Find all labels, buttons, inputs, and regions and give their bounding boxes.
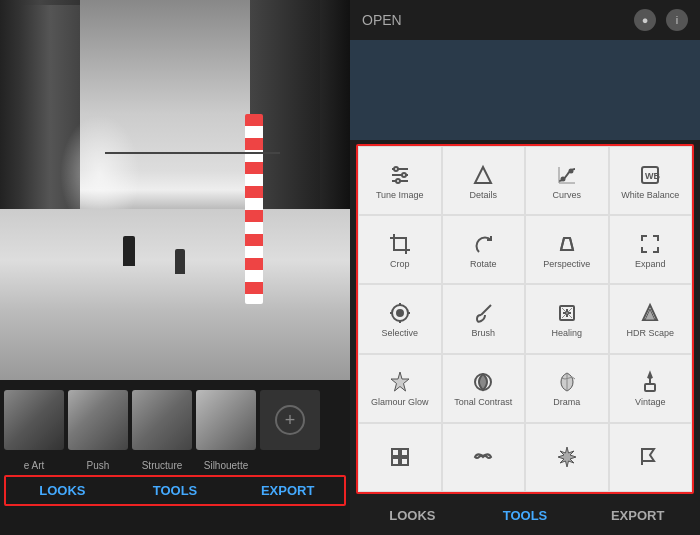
thumb-label-push: Push bbox=[68, 460, 128, 471]
right-header: OPEN ● i bbox=[350, 0, 700, 40]
tool-healing[interactable]: Healing bbox=[525, 284, 609, 353]
details-label: Details bbox=[469, 190, 497, 201]
left-nav-export[interactable]: EXPORT bbox=[231, 477, 344, 504]
hdr-scape-icon bbox=[638, 301, 662, 325]
thumb-label-structure: Structure bbox=[132, 460, 192, 471]
left-panel: + e Art Push Structure Silhouette LOOKS … bbox=[0, 0, 350, 535]
svg-text:WB: WB bbox=[645, 171, 660, 181]
thumb-push[interactable] bbox=[68, 390, 128, 450]
tools-grid: Tune Image Details Curves bbox=[358, 146, 692, 492]
tool-vintage[interactable]: Vintage bbox=[609, 354, 693, 423]
tool-curves[interactable]: Curves bbox=[525, 146, 609, 215]
svg-point-9 bbox=[561, 177, 564, 180]
svg-point-5 bbox=[396, 179, 400, 183]
tonal-contrast-label: Tonal Contrast bbox=[454, 397, 512, 408]
svg-line-14 bbox=[561, 238, 564, 250]
tune-image-label: Tune Image bbox=[376, 190, 424, 201]
open-label: OPEN bbox=[362, 12, 402, 28]
tonal-contrast-icon bbox=[471, 370, 495, 394]
perspective-label: Perspective bbox=[543, 259, 590, 270]
thumbnails-strip: + bbox=[0, 380, 350, 460]
tool-crop[interactable]: Crop bbox=[358, 215, 442, 284]
preview-area bbox=[350, 40, 700, 140]
thumb-add[interactable]: + bbox=[260, 390, 320, 450]
tool-details[interactable]: Details bbox=[442, 146, 526, 215]
right-nav-looks[interactable]: LOOKS bbox=[356, 502, 469, 529]
figure1 bbox=[123, 236, 135, 266]
left-bottom-nav: LOOKS TOOLS EXPORT bbox=[4, 475, 346, 506]
info-icon[interactable]: i bbox=[666, 9, 688, 31]
tool-bottom4[interactable] bbox=[609, 423, 693, 492]
brush-label: Brush bbox=[471, 328, 495, 339]
tool-bottom3[interactable] bbox=[525, 423, 609, 492]
grid-icon bbox=[388, 445, 412, 469]
svg-rect-35 bbox=[645, 384, 655, 391]
plus-icon: + bbox=[275, 405, 305, 435]
tool-drama[interactable]: Drama bbox=[525, 354, 609, 423]
details-icon bbox=[471, 163, 495, 187]
tool-bottom2[interactable] bbox=[442, 423, 526, 492]
svg-rect-39 bbox=[401, 458, 408, 465]
svg-marker-31 bbox=[391, 372, 409, 391]
tool-rotate[interactable]: Rotate bbox=[442, 215, 526, 284]
svg-point-4 bbox=[402, 173, 406, 177]
right-panel: OPEN ● i Tune Image bbox=[350, 0, 700, 535]
curves-label: Curves bbox=[552, 190, 581, 201]
tool-bottom1[interactable] bbox=[358, 423, 442, 492]
figure2 bbox=[175, 249, 185, 274]
svg-line-15 bbox=[570, 238, 573, 250]
right-bottom-nav: LOOKS TOOLS EXPORT bbox=[350, 498, 700, 535]
thumb-silhouette[interactable] bbox=[196, 390, 256, 450]
tool-perspective[interactable]: Perspective bbox=[525, 215, 609, 284]
healing-label: Healing bbox=[551, 328, 582, 339]
sparkle-icon bbox=[555, 445, 579, 469]
right-nav-export[interactable]: EXPORT bbox=[581, 502, 694, 529]
left-nav-tools[interactable]: TOOLS bbox=[119, 477, 232, 504]
tune-image-icon bbox=[388, 163, 412, 187]
expand-icon bbox=[638, 232, 662, 256]
crop-label: Crop bbox=[390, 259, 410, 270]
svg-marker-6 bbox=[475, 167, 491, 183]
tool-selective[interactable]: Selective bbox=[358, 284, 442, 353]
tool-brush[interactable]: Brush bbox=[442, 284, 526, 353]
perspective-icon bbox=[555, 232, 579, 256]
city-scene bbox=[0, 0, 350, 380]
selective-icon bbox=[388, 301, 412, 325]
thumb-label-eart: e Art bbox=[4, 460, 64, 471]
thumb-label-silhouette: Silhouette bbox=[196, 460, 256, 471]
svg-point-10 bbox=[569, 169, 572, 172]
selective-label: Selective bbox=[381, 328, 418, 339]
svg-rect-37 bbox=[401, 449, 408, 456]
tool-hdr-scape[interactable]: HDR Scape bbox=[609, 284, 693, 353]
drama-icon bbox=[555, 370, 579, 394]
svg-point-19 bbox=[397, 310, 403, 316]
tool-white-balance[interactable]: WB White Balance bbox=[609, 146, 693, 215]
hdr-scape-label: HDR Scape bbox=[626, 328, 674, 339]
right-nav-tools[interactable]: TOOLS bbox=[469, 502, 582, 529]
flag-icon bbox=[638, 445, 662, 469]
mustache-icon bbox=[471, 445, 495, 469]
left-nav-looks[interactable]: LOOKS bbox=[6, 477, 119, 504]
glamour-glow-icon bbox=[388, 370, 412, 394]
user-icon[interactable]: ● bbox=[634, 9, 656, 31]
wire bbox=[105, 152, 280, 154]
vintage-icon bbox=[638, 370, 662, 394]
svg-rect-38 bbox=[392, 458, 399, 465]
rotate-icon bbox=[471, 232, 495, 256]
white-balance-icon: WB bbox=[638, 163, 662, 187]
tools-container: Tune Image Details Curves bbox=[356, 144, 694, 494]
tool-expand[interactable]: Expand bbox=[609, 215, 693, 284]
thumb-structure[interactable] bbox=[132, 390, 192, 450]
tool-tune-image[interactable]: Tune Image bbox=[358, 146, 442, 215]
vintage-label: Vintage bbox=[635, 397, 665, 408]
barrier bbox=[245, 114, 263, 304]
tool-glamour-glow[interactable]: Glamour Glow bbox=[358, 354, 442, 423]
snow-ground bbox=[0, 209, 350, 380]
main-image bbox=[0, 0, 350, 380]
drama-label: Drama bbox=[553, 397, 580, 408]
healing-icon bbox=[555, 301, 579, 325]
tool-tonal-contrast[interactable]: Tonal Contrast bbox=[442, 354, 526, 423]
curves-icon bbox=[555, 163, 579, 187]
thumb-e-art[interactable] bbox=[4, 390, 64, 450]
svg-marker-40 bbox=[558, 447, 576, 467]
